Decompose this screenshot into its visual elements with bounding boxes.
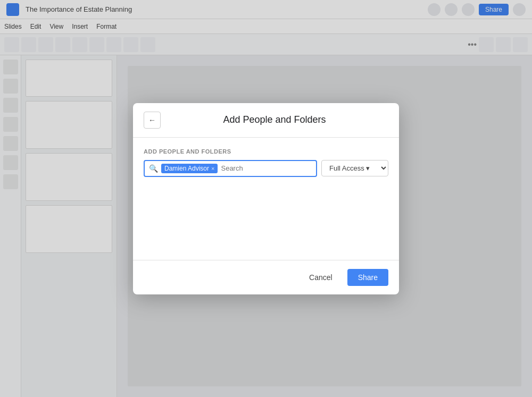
dialog-body: ADD PEOPLE AND FOLDERS 🔍 Damien Advisor …	[133, 138, 399, 260]
dialog-footer: Cancel Share	[133, 260, 399, 294]
search-row: 🔍 Damien Advisor × Full Access ▾ View On…	[144, 160, 388, 177]
tag-label: Damien Advisor	[164, 165, 209, 172]
dialog-title: Add People and Folders	[161, 114, 388, 125]
tag-close-button[interactable]: ×	[211, 165, 214, 172]
back-button[interactable]: ←	[144, 112, 161, 129]
cancel-button[interactable]: Cancel	[300, 269, 342, 286]
search-input[interactable]	[221, 164, 312, 172]
share-button[interactable]: Share	[347, 269, 388, 286]
search-icon: 🔍	[149, 164, 158, 173]
dialog-header: ← Add People and Folders	[133, 103, 399, 138]
search-field-container[interactable]: 🔍 Damien Advisor ×	[144, 160, 317, 177]
add-people-dialog: ← Add People and Folders ADD PEOPLE AND …	[133, 103, 399, 294]
section-label: ADD PEOPLE AND FOLDERS	[144, 148, 388, 155]
dialog-overlay: ← Add People and Folders ADD PEOPLE AND …	[0, 0, 532, 397]
tag-damien-advisor: Damien Advisor ×	[161, 164, 218, 173]
access-select[interactable]: Full Access ▾ View Only Can Comment	[321, 160, 388, 176]
